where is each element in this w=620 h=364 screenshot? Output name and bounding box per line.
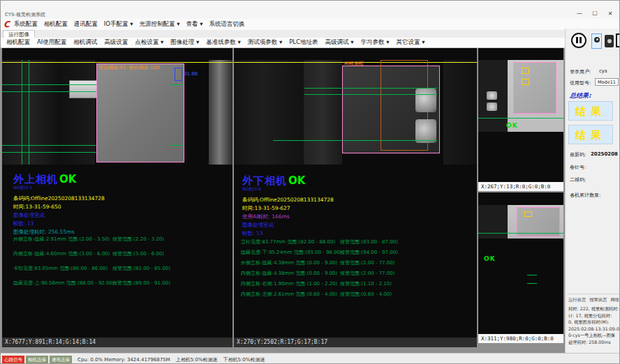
menu-language-switch[interactable]: 系统语言切换	[209, 20, 244, 29]
camera-connect-badge: 相机连接	[26, 356, 48, 364]
frame-count-label: 帧数: 13	[242, 229, 334, 238]
maximize-button[interactable]: ☐	[587, 9, 603, 18]
result-block-lower: 外下相机OK NG统计:0 条码码:Offline202502081331347…	[242, 174, 334, 238]
threshold-overlay-label: 寻边阈值:93, 吻合阈值:100	[98, 64, 159, 71]
tool-image-processing[interactable]: 图像处理 ▾	[170, 38, 199, 47]
menu-bar: C 系统配置 相机配置 通讯配置 IO手配置 ▾ 光源控制配置 ▾ 查看 ▾ 系…	[1, 19, 619, 31]
close-button[interactable]: ✕	[603, 9, 618, 18]
machine-background	[304, 60, 342, 165]
frame-count-label: 帧数: 13	[13, 220, 105, 228]
tool-plc-address[interactable]: PLC地址表	[289, 38, 318, 47]
measure-line	[304, 94, 437, 95]
processing-done-label: 图像处理完成	[13, 211, 105, 220]
tab-network-status[interactable]: 网络状态	[610, 297, 620, 302]
pause-icon	[580, 37, 582, 43]
time-label: 时间:13-31-59-627	[242, 204, 334, 213]
measure-line-vertical	[22, 60, 22, 165]
tool-ai-config[interactable]: AI使用配置	[37, 38, 66, 47]
camera-name-label: 外下相机	[242, 174, 287, 187]
measurement-row: 内侧立板-隐藏:4.60mm 范围:(3.00 - 6.00)报警范围:(3.0…	[13, 250, 110, 257]
tool-advanced-debug[interactable]: 高级调试 ▾	[325, 38, 354, 47]
tool-camera-config[interactable]: 相机配置	[6, 38, 30, 47]
menu-camera-config[interactable]: 相机配置	[44, 20, 68, 29]
blue-measure-box	[175, 68, 182, 81]
measure-line-vertical	[29, 60, 29, 165]
metal-part	[415, 119, 436, 143]
status-tabs: 运行状态 报警状态 网络状态	[568, 297, 620, 303]
measure-line	[2, 152, 96, 153]
camera-view-lower[interactable]: AI检测框 外下相机OK NG统计:0 条码码:Offline202502081…	[234, 48, 477, 338]
menu-comm-config[interactable]: 通讯配置	[74, 20, 98, 29]
ok-overlay-label: OK	[506, 122, 518, 129]
login-user-label: 登录用户:	[570, 68, 591, 75]
lower-camera-rate-text: 下相机5:0%检测速	[223, 356, 265, 363]
result-indicator-1: 结果	[568, 101, 613, 121]
model-select[interactable]: Mode11	[595, 78, 619, 86]
app-title: CYS-视觉检测系统	[5, 11, 45, 18]
info-line: 计: 17, 视觉分包耗时:	[568, 312, 620, 319]
measure-line	[170, 145, 184, 146]
minimize-button[interactable]: —	[572, 9, 587, 18]
menu-io-config[interactable]: IO手配置 ▾	[104, 20, 133, 29]
machine-background	[443, 60, 477, 165]
measure-line	[2, 84, 96, 85]
tool-learning-params[interactable]: 学习参数 ▾	[360, 38, 389, 47]
roi-product-box	[96, 63, 184, 162]
measurement-row: 内侧立板-左侧:2.61mm 范围:(0.60 - 4.00)报警范围:(0.6…	[241, 291, 337, 298]
exit-button[interactable]: ▸	[616, 33, 620, 47]
total-result-label: 总结果:	[570, 91, 591, 100]
settings-mode-button[interactable]	[605, 35, 614, 47]
metal-part	[415, 89, 436, 112]
tab-run-status[interactable]: 运行状态	[568, 297, 586, 302]
needle-number-label: 卷针号:	[570, 164, 586, 171]
tool-spot-check[interactable]: 点检设置 ▾	[135, 38, 163, 47]
yellow-reference-line	[2, 62, 232, 63]
machine-background	[2, 60, 95, 165]
machine-edge	[209, 60, 232, 165]
measure-line	[2, 91, 96, 92]
ai-detect-label: AI检测框	[344, 60, 364, 67]
menu-system-config[interactable]: 系统配置	[14, 20, 38, 29]
tool-advanced-settings[interactable]: 高级设置	[104, 38, 128, 47]
measure-line	[273, 140, 437, 141]
measure-line	[478, 118, 563, 119]
upper-camera-rate-text: 上相机5:0%检测速	[176, 356, 218, 363]
divider	[567, 294, 620, 294]
main-area: 寻边阈值:93, 吻合阈值:100 91.88 外上相机OK NG统计:1 条码…	[1, 48, 565, 353]
camera-view-upper[interactable]: 寻边阈值:93, 吻合阈值:100 91.88 外上相机OK NG统计:1 条码…	[2, 48, 232, 338]
blue-measure-value: 91.88	[184, 71, 198, 77]
barcode-label: 条码码:Offline20250208133134728	[13, 195, 105, 203]
title-bar: CYS-视觉检测系统 — ☐ ✕	[1, 1, 619, 19]
measure-line	[2, 145, 96, 146]
status-bar: 心跳信号 相机连接 通讯连接 Cpu: 0.0% Memory: 3424.41…	[1, 353, 619, 364]
measurement-row: 立柱宽度:83.77mm 范围:(82.00 - 88.00)报警范围:(83.…	[241, 238, 335, 245]
status-ok-label: OK	[288, 174, 305, 187]
status-ok-label: OK	[59, 173, 76, 185]
operator-mode-button[interactable]	[591, 33, 602, 49]
measurement-row: 卡扣宽度:83.05mm 范围:(80.00 - 86.00)报警范围:(81.…	[13, 265, 108, 272]
tool-test-params[interactable]: 测试项参数 ▾	[248, 38, 282, 47]
mark-box	[522, 79, 529, 85]
time-label: 时间:13-31-59-650	[13, 203, 105, 211]
ok-overlay-label: OK	[484, 255, 496, 262]
pause-icon	[576, 37, 578, 43]
toolbar: 相机配置 AI使用配置 相机调试 高级设置 点检设置 ▾ 图像处理 ▾ 基准线参…	[1, 38, 565, 48]
tool-camera-debug[interactable]: 相机调试	[73, 38, 97, 47]
pause-button[interactable]	[571, 33, 586, 48]
result-block-upper: 外上相机OK NG统计:1 条码码:Offline202502081331347…	[13, 172, 105, 236]
pixel-coords-thumb-1: X:267;Y:13;R:0;G:0;B:0	[478, 182, 563, 191]
tab-alarm-status[interactable]: 报警状态	[589, 297, 607, 302]
machine-background	[234, 60, 304, 165]
menu-light-config[interactable]: 光源控制配置 ▾	[139, 20, 179, 29]
info-line: 处理耗时: 258.00ms	[568, 339, 620, 346]
thumbnail-view-2[interactable]: OK	[478, 192, 563, 334]
login-user-value: cys	[599, 68, 607, 74]
tool-baseline-params[interactable]: 基准线参数 ▾	[206, 38, 240, 47]
measurement-row: 外侧立板-隐藏:4.38mm 范围:(0.00 - 9.00)报警范围:(2.0…	[241, 259, 337, 266]
connector-part	[69, 80, 100, 98]
heartbeat-status-badge: 心跳信号	[2, 356, 24, 364]
app-window: CYS-视觉检测系统 — ☐ ✕ C 系统配置 相机配置 通讯配置 IO手配置 …	[0, 0, 620, 364]
tool-other-settings[interactable]: 其它设置 ▾	[396, 38, 425, 47]
menu-view[interactable]: 查看 ▾	[186, 20, 202, 29]
thumbnail-view-1[interactable]: OK	[478, 48, 563, 182]
